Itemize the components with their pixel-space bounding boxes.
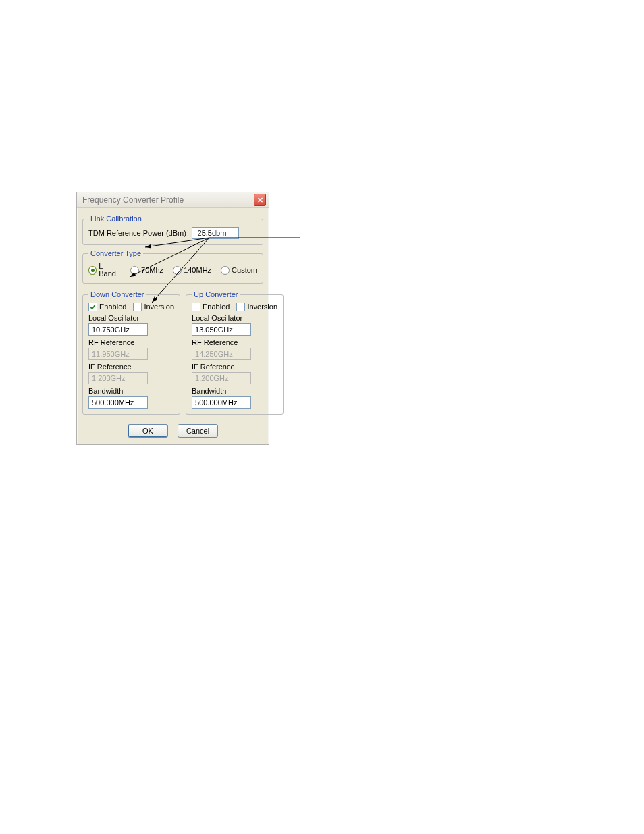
down-if-label: IF Reference (88, 363, 174, 371)
down-if-input (88, 372, 148, 384)
radio-l-band[interactable]: L-Band (88, 263, 121, 278)
up-lo-input[interactable] (192, 323, 251, 336)
up-inversion-checkbox[interactable]: Inversion (236, 303, 277, 311)
radio-icon (173, 266, 182, 275)
close-icon: ✕ (257, 197, 263, 204)
down-enabled-checkbox[interactable]: Enabled (88, 303, 126, 311)
tdm-reference-input[interactable] (192, 227, 239, 239)
close-button[interactable]: ✕ (254, 194, 266, 206)
down-enabled-label: Enabled (99, 303, 126, 311)
up-converter-legend: Up Converter (192, 290, 240, 298)
down-converter-group: Down Converter Enabled Inversion (82, 290, 180, 415)
radio-icon (88, 266, 97, 275)
down-rf-input (88, 348, 148, 360)
radio-l-band-label: L-Band (99, 263, 121, 278)
up-lo-label: Local Oscillator (192, 314, 277, 322)
converter-type-group: Converter Type L-Band 70Mhz 140MHz (82, 249, 263, 284)
radio-icon (221, 266, 230, 275)
radio-custom-label: Custom (232, 267, 257, 274)
radio-140mhz-label: 140MHz (184, 267, 211, 274)
up-if-input (192, 372, 251, 384)
up-if-label: IF Reference (192, 363, 277, 371)
ok-button[interactable]: OK (128, 424, 168, 438)
up-rf-label: RF Reference (192, 338, 277, 346)
frequency-converter-dialog: Frequency Converter Profile ✕ Link Calib… (76, 192, 269, 445)
tdm-reference-label: TDM Reference Power (dBm) (88, 229, 186, 237)
up-enabled-label: Enabled (203, 303, 230, 311)
dialog-body: Link Calibration TDM Reference Power (dB… (77, 208, 269, 444)
radio-icon (130, 266, 139, 275)
link-calibration-legend: Link Calibration (88, 215, 144, 223)
up-inversion-label: Inversion (247, 303, 277, 311)
down-bw-label: Bandwidth (88, 387, 174, 395)
cancel-button[interactable]: Cancel (178, 424, 218, 438)
checkbox-icon (236, 303, 245, 311)
down-lo-input[interactable] (88, 323, 148, 336)
down-inversion-label: Inversion (144, 303, 174, 311)
radio-140mhz[interactable]: 140MHz (173, 263, 211, 278)
checkbox-icon (192, 303, 200, 311)
up-converter-group: Up Converter Enabled Inversion (186, 290, 284, 415)
down-lo-label: Local Oscillator (88, 314, 174, 322)
down-inversion-checkbox[interactable]: Inversion (133, 303, 174, 311)
up-enabled-checkbox[interactable]: Enabled (192, 303, 230, 311)
up-bw-input[interactable] (192, 396, 251, 409)
down-converter-legend: Down Converter (88, 290, 146, 298)
radio-70mhz-label: 70Mhz (141, 267, 163, 274)
converter-type-legend: Converter Type (88, 249, 143, 257)
link-calibration-group: Link Calibration TDM Reference Power (dB… (82, 215, 263, 245)
down-rf-label: RF Reference (88, 338, 174, 346)
titlebar: Frequency Converter Profile ✕ (77, 192, 269, 208)
dialog-title: Frequency Converter Profile (82, 195, 184, 205)
down-bw-input[interactable] (88, 396, 148, 409)
radio-custom[interactable]: Custom (221, 263, 257, 278)
radio-70mhz[interactable]: 70Mhz (130, 263, 163, 278)
up-rf-input (192, 348, 251, 360)
checkbox-icon (88, 303, 97, 311)
up-bw-label: Bandwidth (192, 387, 277, 395)
checkbox-icon (133, 303, 142, 311)
